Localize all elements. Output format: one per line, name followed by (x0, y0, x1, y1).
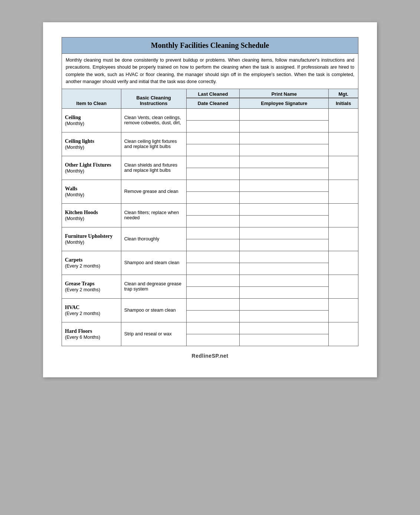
cleaning-schedule-table: Item to Clean Basic Cleaning Instruction… (62, 89, 358, 346)
document-title: Monthly Facilities Cleaning Schedule (62, 37, 358, 53)
col-item-header: Item to Clean (62, 89, 121, 108)
instructions-cell: Shampoo and steam clean (121, 251, 186, 275)
mgt-initials-cell[interactable] (329, 180, 358, 203)
employee-signature-cell[interactable] (240, 156, 329, 180)
item-cell: Grease Traps(Every 2 months) (62, 275, 121, 298)
table-row: Hard Floors(Every 6 Months)Strip and res… (62, 322, 358, 346)
date-cleaned-cell[interactable] (186, 251, 240, 275)
item-cell: Walls(Monthly) (62, 180, 121, 203)
table-row: Other Light Fixtures(Monthly)Clean shiel… (62, 156, 358, 180)
instructions-cell: Strip and reseal or wax (121, 322, 186, 346)
col-employee-sig-header: Employee Signature (240, 98, 329, 108)
col-print-name-header: Print Name (240, 89, 329, 98)
item-cell: Furniture Upholstery(Monthly) (62, 227, 121, 251)
item-cell: Hard Floors(Every 6 Months) (62, 322, 121, 346)
date-cleaned-cell[interactable] (186, 203, 240, 227)
date-cleaned-cell[interactable] (186, 156, 240, 180)
instructions-cell: Clean ceiling light fixtures and replace… (121, 132, 186, 156)
date-cleaned-cell[interactable] (186, 227, 240, 251)
table-row: Carpets(Every 2 months)Shampoo and steam… (62, 251, 358, 275)
table-row: Ceiling(Monthly)Clean Vents, clean ceili… (62, 108, 358, 132)
instructions-cell: Clean filters; replace when needed (121, 203, 186, 227)
date-cleaned-cell[interactable] (186, 132, 240, 156)
date-cleaned-cell[interactable] (186, 275, 240, 298)
col-mgt-header: Mgt. (329, 89, 358, 98)
table-row: Ceiling lights(Monthly)Clean ceiling lig… (62, 132, 358, 156)
footer-brand: RedlineSP.net (62, 353, 358, 359)
intro-paragraph: Monthly cleaning must be done consistent… (62, 53, 358, 89)
mgt-initials-cell[interactable] (329, 298, 358, 322)
table-header-row: Item to Clean Basic Cleaning Instruction… (62, 89, 358, 98)
employee-signature-cell[interactable] (240, 227, 329, 251)
date-cleaned-cell[interactable] (186, 180, 240, 203)
table-row: Walls(Monthly)Remove grease and clean (62, 180, 358, 203)
mgt-initials-cell[interactable] (329, 108, 358, 132)
employee-signature-cell[interactable] (240, 275, 329, 298)
employee-signature-cell[interactable] (240, 322, 329, 346)
mgt-initials-cell[interactable] (329, 156, 358, 180)
item-cell: HVAC(Every 2 months) (62, 298, 121, 322)
item-cell: Kitchen Hoods(Monthly) (62, 203, 121, 227)
col-initials-header: Initials (329, 98, 358, 108)
instructions-cell: Remove grease and clean (121, 180, 186, 203)
page: Monthly Facilities Cleaning Schedule Mon… (43, 22, 377, 377)
employee-signature-cell[interactable] (240, 203, 329, 227)
employee-signature-cell[interactable] (240, 180, 329, 203)
mgt-initials-cell[interactable] (329, 203, 358, 227)
mgt-initials-cell[interactable] (329, 251, 358, 275)
table-row: Grease Traps(Every 2 months)Clean and de… (62, 275, 358, 298)
date-cleaned-cell[interactable] (186, 108, 240, 132)
mgt-initials-cell[interactable] (329, 322, 358, 346)
instructions-cell: Clean Vents, clean ceilings, remove cobw… (121, 108, 186, 132)
date-cleaned-cell[interactable] (186, 322, 240, 346)
item-cell: Ceiling lights(Monthly) (62, 132, 121, 156)
instructions-cell: Clean thoroughly (121, 227, 186, 251)
employee-signature-cell[interactable] (240, 251, 329, 275)
table-row: HVAC(Every 2 months)Shampoo or steam cle… (62, 298, 358, 322)
col-date-cleaned-header: Date Cleaned (186, 98, 240, 108)
employee-signature-cell[interactable] (240, 132, 329, 156)
date-cleaned-cell[interactable] (186, 298, 240, 322)
mgt-initials-cell[interactable] (329, 275, 358, 298)
item-cell: Ceiling(Monthly) (62, 108, 121, 132)
instructions-cell: Clean shields and fixtures and replace l… (121, 156, 186, 180)
table-row: Kitchen Hoods(Monthly)Clean filters; rep… (62, 203, 358, 227)
table-row: Furniture Upholstery(Monthly)Clean thoro… (62, 227, 358, 251)
employee-signature-cell[interactable] (240, 108, 329, 132)
instructions-cell: Shampoo or steam clean (121, 298, 186, 322)
item-cell: Carpets(Every 2 months) (62, 251, 121, 275)
col-last-cleaned-header: Last Cleaned (186, 89, 240, 98)
employee-signature-cell[interactable] (240, 298, 329, 322)
col-instructions-header: Basic Cleaning Instructions (121, 89, 186, 108)
mgt-initials-cell[interactable] (329, 132, 358, 156)
item-cell: Other Light Fixtures(Monthly) (62, 156, 121, 180)
instructions-cell: Clean and degrease grease trap system (121, 275, 186, 298)
mgt-initials-cell[interactable] (329, 227, 358, 251)
